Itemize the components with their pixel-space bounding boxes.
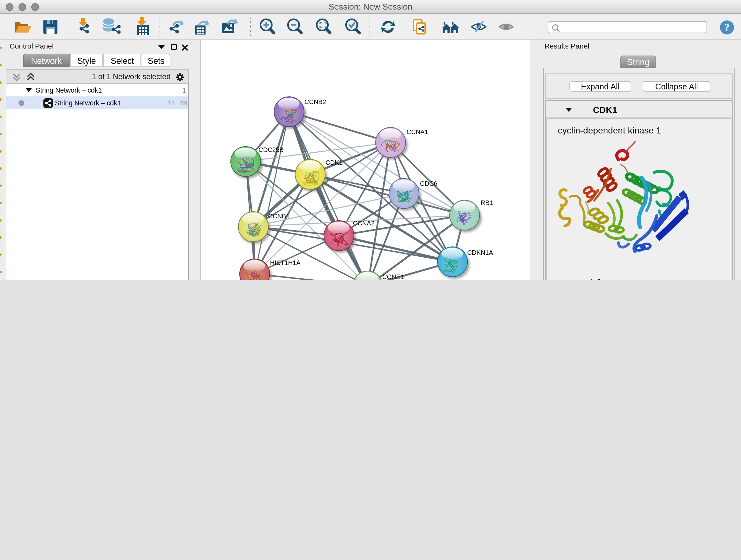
svg-text:CDK1: CDK1 xyxy=(326,159,342,166)
svg-text:CDKN1A: CDKN1A xyxy=(467,249,493,256)
svg-text:CCNB2: CCNB2 xyxy=(305,98,326,105)
svg-text:CDC6: CDC6 xyxy=(420,180,437,187)
svg-text:RB1: RB1 xyxy=(481,199,493,206)
svg-text:CCNB1: CCNB1 xyxy=(268,212,290,220)
svg-text:CDC25B: CDC25B xyxy=(259,146,284,153)
svg-text:CCNE1: CCNE1 xyxy=(382,273,404,280)
svg-text:CCNA2: CCNA2 xyxy=(353,220,375,227)
svg-text:HIST1H1A: HIST1H1A xyxy=(270,259,300,266)
svg-text:CCNA1: CCNA1 xyxy=(407,128,428,135)
